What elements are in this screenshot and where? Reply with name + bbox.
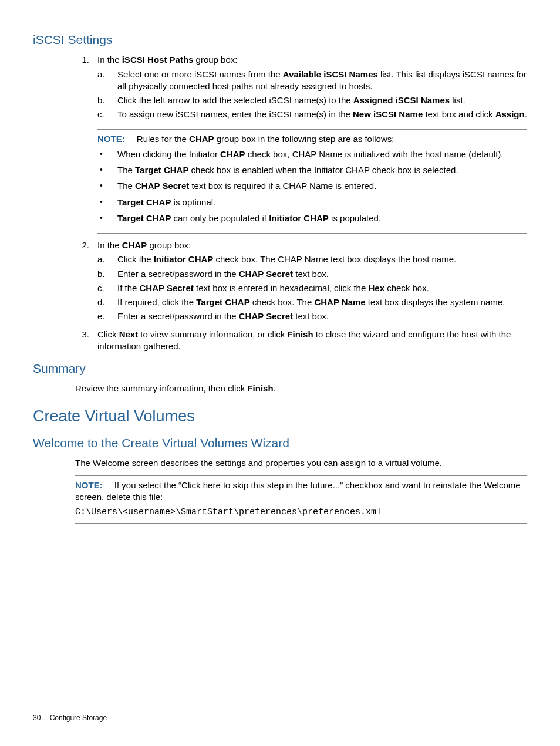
text: check box. [384,283,429,293]
text: group box: [147,240,191,250]
heading-welcome-wizard: Welcome to the Create Virtual Volumes Wi… [33,435,527,451]
list-marker: c. [97,282,117,294]
list-item: e.Enter a secret/password in the CHAP Se… [97,310,527,322]
text: Enter a secret/password in the [117,269,239,279]
list-item: c.To assign new iSCSI names, enter the i… [97,109,527,120]
text: In the [97,55,122,65]
text: If required, click the [117,297,196,307]
text: The [117,165,135,175]
bullet-icon: • [97,212,117,224]
text: Click [97,329,119,339]
list-marker: 1. [75,54,97,123]
text: Select one or more iSCSI names from the [117,69,283,79]
text: Click the left arrow to add the selected… [117,95,353,105]
list-item: c.If the CHAP Secret text box is entered… [97,282,527,294]
text: . [274,383,276,393]
list-item: a.Select one or more iSCSI names from th… [97,69,527,93]
welcome-paragraph: The Welcome screen describes the setting… [75,457,527,469]
list-item: •The Target CHAP check box is enabled wh… [97,164,527,176]
list-marker: a. [97,69,117,93]
list-item: •When clicking the Initiator CHAP check … [97,148,527,160]
list-marker: b. [97,94,117,106]
list-marker: b. [97,268,117,280]
text: Review the summary information, then cli… [75,383,247,393]
text: text box is required if a CHAP Name is e… [189,181,376,191]
page-footer: 30 Configure Storage [33,713,107,723]
heading-iscsi-settings: iSCSI Settings [33,32,527,48]
list-marker: 3. [75,329,97,353]
page-number: 30 [33,714,41,722]
footer-title: Configure Storage [50,714,107,722]
list-marker: d. [97,296,117,308]
text-bold: iSCSI Host Paths [122,55,194,65]
list-marker: a. [97,254,117,265]
text: When clicking the Initiator [117,149,220,159]
text: check box, CHAP Name is initialized with… [245,149,504,159]
list-item: a.Click the Initiator CHAP check box. Th… [97,254,527,265]
summary-paragraph: Review the summary information, then cli… [75,383,527,394]
text: text box is entered in hexadecimal, clic… [194,283,369,293]
list-item: •Target CHAP is optional. [97,197,527,208]
text: text box displays the system name. [366,297,505,307]
list-item: d.If required, click the Target CHAP che… [97,296,527,308]
text: check box. The [250,297,315,307]
text: Enter a secret/password in the [117,311,239,321]
bullet-list: •When clicking the Initiator CHAP check … [97,148,527,224]
text-bold: Assign [495,109,525,119]
text: . [525,109,527,119]
text-bold: CHAP [122,240,147,250]
text-bold: New iSCSI Name [353,109,423,119]
text: The [117,181,135,191]
list-item: 2. In the CHAP group box: a.Click the In… [75,239,527,325]
list-item: •Target CHAP can only be populated if In… [97,212,527,224]
text: to view summary information, or click [138,329,287,339]
list-item: b.Click the left arrow to add the select… [97,94,527,106]
text: is optional. [171,197,215,207]
text-bold: CHAP Secret [239,269,293,279]
text: text box. [293,269,329,279]
ordered-list-sub: a.Select one or more iSCSI names from th… [97,69,527,121]
text: text box. [293,311,329,321]
text: To assign new iSCSI names, enter the iSC… [117,109,353,119]
note-box: NOTE: Rules for the CHAP group box in th… [97,129,527,234]
text-bold: Target CHAP [135,165,188,175]
list-item: •The CHAP Secret text box is required if… [97,180,527,192]
text: can only be populated if [171,213,269,223]
bullet-icon: • [97,197,117,208]
text: is populated. [329,213,381,223]
bullet-icon: • [97,180,117,192]
text-bold: Initiator CHAP [154,254,214,264]
list-item: b.Enter a secret/password in the CHAP Se… [97,268,527,280]
text-bold: Available iSCSI Names [283,69,378,79]
text: text box and click [423,109,495,119]
list-marker: 2. [75,239,97,325]
ordered-list-main: 1. In the iSCSI Host Paths group box: a.… [75,54,527,123]
ordered-list-main-cont: 2. In the CHAP group box: a.Click the In… [75,239,527,352]
list-marker: c. [97,109,117,120]
bullet-icon: • [97,148,117,160]
text: Click the [117,254,154,264]
text-bold: Target CHAP [117,213,171,223]
heading-summary: Summary [33,360,527,377]
text: check box is enabled when the Initiator … [188,165,458,175]
text-bold: CHAP [220,149,245,159]
text: Rules for the [137,134,189,144]
list-marker: e. [97,310,117,322]
heading-create-virtual-volumes: Create Virtual Volumes [33,406,527,427]
note-label: NOTE: [97,134,125,144]
note-box: NOTE: If you select the “Click here to s… [75,475,527,524]
text: group box: [193,55,237,65]
text: check box. The CHAP Name text box displa… [213,254,456,264]
text-bold: CHAP Secret [140,283,194,293]
code-path: C:\Users\<username>\SmartStart\preferenc… [75,507,527,518]
text-bold: CHAP Secret [135,181,189,191]
text: In the [97,240,122,250]
note-label: NOTE: [75,480,103,490]
text: list. [450,95,465,105]
text-bold: Assigned iSCSI Names [353,95,450,105]
text: group box in the following step are as f… [214,134,394,144]
iscsi-body: 1. In the iSCSI Host Paths group box: a.… [75,54,527,352]
text-bold: Finish [287,329,313,339]
text-bold: Finish [247,383,273,393]
text: If you select the “Click here to skip th… [75,480,521,502]
